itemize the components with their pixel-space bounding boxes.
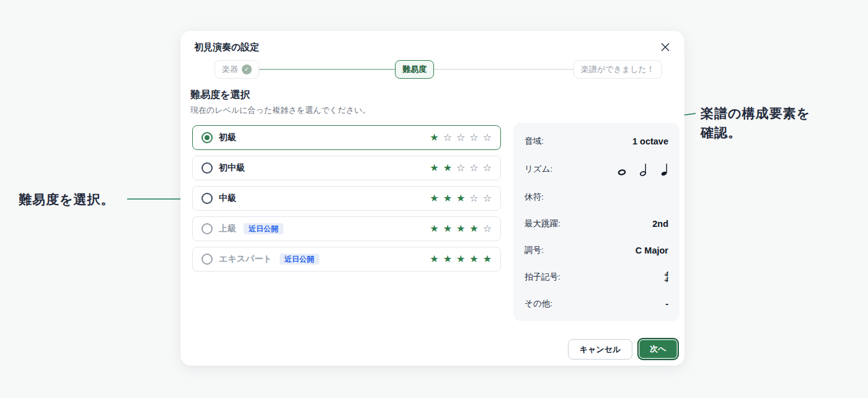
score-details-panel: 音域: 1 octave リズム: 休符: — [513, 123, 680, 321]
star-rating: ★★★☆☆ — [430, 193, 492, 203]
half-note-icon — [640, 162, 647, 176]
star-filled-icon: ★ — [483, 254, 492, 264]
star-filled-icon: ★ — [430, 224, 438, 234]
star-empty-icon: ☆ — [483, 133, 492, 143]
detail-row-key-signature: 調号: C Major — [525, 245, 668, 256]
detail-row-rhythm: リズム: — [525, 162, 668, 176]
detail-value: 2nd — [652, 219, 668, 229]
star-empty-icon: ☆ — [483, 224, 492, 234]
star-empty-icon: ☆ — [469, 163, 478, 173]
star-filled-icon: ★ — [443, 224, 452, 234]
detail-label: その他: — [525, 298, 552, 309]
quarter-note-icon — [661, 162, 668, 176]
option-advanced[interactable]: 上級 近日公開 ★★★★☆ — [192, 216, 501, 241]
coming-soon-badge: 近日公開 — [280, 254, 319, 265]
detail-label: 休符: — [525, 192, 544, 203]
step-difficulty-label: 難易度 — [402, 64, 427, 75]
detail-value: 1 octave — [632, 136, 668, 146]
star-rating: ★★★★★ — [430, 254, 492, 264]
step-difficulty[interactable]: 難易度 — [395, 60, 434, 79]
step-instrument-label: 楽器 — [222, 64, 238, 75]
star-empty-icon: ☆ — [456, 163, 465, 173]
stepper: 楽器 ✓ 難易度 楽譜ができました！ — [180, 60, 684, 79]
dialog-title: 初見演奏の設定 — [194, 42, 259, 53]
radio-icon[interactable] — [202, 223, 213, 234]
detail-row-other: その他: - — [525, 298, 668, 309]
time-signature-icon: 4 4 — [665, 272, 668, 283]
detail-row-range: 音域: 1 octave — [525, 136, 668, 147]
star-filled-icon: ★ — [430, 133, 438, 143]
section-subtitle: 現在のレベルに合った複雑さを選んでください。 — [190, 105, 371, 116]
option-beginner-intermediate[interactable]: 初中級 ★★☆☆☆ — [192, 156, 501, 180]
option-beginner[interactable]: 初級 ★☆☆☆☆ — [192, 125, 501, 150]
detail-label: リズム: — [525, 164, 552, 175]
difficulty-options-list: 初級 ★☆☆☆☆ 初中級 ★★☆☆☆ 中級 ★★★☆☆ 上級 近日公開 ★★★★… — [192, 125, 501, 272]
option-label: 初級 — [219, 132, 236, 143]
star-rating: ★★★★☆ — [430, 224, 492, 234]
cancel-button[interactable]: キャンセル — [568, 339, 632, 360]
stepper-connector-completed — [255, 69, 396, 70]
detail-row-max-leap: 最大跳躍: 2nd — [525, 218, 668, 229]
step-sheet-ready: 楽譜ができました！ — [574, 60, 662, 79]
detail-value: - — [665, 299, 668, 309]
star-empty-icon: ☆ — [483, 163, 492, 173]
step-completed-check-icon: ✓ — [242, 64, 252, 74]
detail-label: 調号: — [525, 245, 544, 256]
detail-row-rests: 休符: — [525, 192, 668, 203]
star-empty-icon: ☆ — [456, 133, 465, 143]
star-empty-icon: ☆ — [469, 133, 478, 143]
star-filled-icon: ★ — [443, 163, 452, 173]
star-filled-icon: ★ — [456, 254, 465, 264]
annotation-right-line1: 楽譜の構成要素を — [701, 104, 837, 123]
star-filled-icon: ★ — [443, 193, 452, 203]
detail-value: C Major — [636, 245, 668, 255]
star-rating: ★☆☆☆☆ — [430, 133, 492, 143]
close-icon — [661, 43, 670, 51]
section-heading: 難易度を選択 — [190, 89, 250, 102]
star-filled-icon: ★ — [456, 224, 465, 234]
option-label: エキスパート — [219, 254, 272, 265]
option-label: 中級 — [219, 193, 236, 204]
close-button[interactable] — [658, 40, 672, 54]
sight-reading-settings-dialog: 初見演奏の設定 楽器 ✓ 難易度 楽譜ができました！ 難易度を選択 現在のレベル… — [180, 31, 684, 366]
radio-icon[interactable] — [202, 254, 213, 265]
detail-row-time-signature: 拍子記号: 4 4 — [525, 272, 668, 283]
star-rating: ★★☆☆☆ — [430, 163, 492, 173]
star-filled-icon: ★ — [430, 163, 438, 173]
step-instrument[interactable]: 楽器 ✓ — [215, 60, 259, 79]
option-intermediate[interactable]: 中級 ★★★☆☆ — [192, 186, 501, 211]
option-expert[interactable]: エキスパート 近日公開 ★★★★★ — [192, 247, 501, 272]
star-empty-icon: ☆ — [443, 133, 452, 143]
whole-note-icon — [618, 162, 626, 176]
radio-icon[interactable] — [202, 162, 213, 174]
star-filled-icon: ★ — [456, 193, 465, 203]
annotation-left-text: 難易度を選択。 — [19, 191, 115, 208]
option-label: 初中級 — [219, 162, 245, 174]
annotation-right-line2: 確認。 — [701, 123, 837, 142]
option-label: 上級 — [219, 223, 236, 234]
star-empty-icon: ☆ — [469, 193, 478, 203]
time-signature-bottom: 4 — [665, 277, 668, 283]
detail-label: 最大跳躍: — [525, 218, 560, 229]
rhythm-notes — [618, 162, 668, 176]
star-filled-icon: ★ — [469, 224, 478, 234]
star-empty-icon: ☆ — [483, 193, 492, 203]
detail-label: 音域: — [525, 136, 544, 147]
detail-label: 拍子記号: — [525, 272, 560, 283]
annotation-right-text: 楽譜の構成要素を 確認。 — [701, 104, 837, 142]
coming-soon-badge: 近日公開 — [244, 223, 283, 234]
next-button[interactable]: 次へ — [637, 338, 679, 360]
radio-selected-icon[interactable] — [202, 132, 213, 143]
star-filled-icon: ★ — [469, 254, 478, 264]
star-filled-icon: ★ — [430, 254, 438, 264]
stepper-connector-upcoming — [432, 69, 575, 70]
star-filled-icon: ★ — [430, 193, 438, 203]
star-filled-icon: ★ — [443, 254, 452, 264]
step-sheet-ready-label: 楽譜ができました！ — [581, 64, 655, 75]
radio-icon[interactable] — [202, 193, 213, 204]
